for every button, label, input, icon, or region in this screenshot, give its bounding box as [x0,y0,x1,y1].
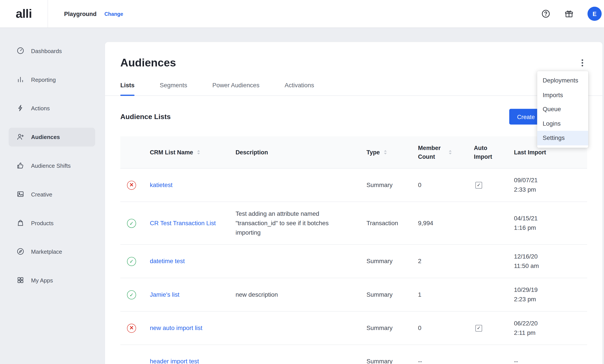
last-import-date: -- [514,357,574,364]
row-kebab-icon[interactable] [578,222,584,225]
sidebar-item-label: Creative [31,191,52,198]
change-workspace-link[interactable]: Change [104,11,123,17]
sidebar-item-label: Dashboards [31,48,62,54]
last-import-date: 12/16/20 [514,252,574,261]
gift-icon[interactable] [564,9,574,18]
member-count: 1 [418,291,474,298]
app-root: alli Playground Change E [0,0,604,364]
column-header-label: Member Count [418,144,445,161]
last-import-time: 11:50 am [514,261,574,271]
list-type: Summary [366,358,418,364]
table-row: ✓ CR Test Transaction List Test adding a… [120,202,587,245]
reporting-icon [16,75,24,84]
column-header-member-count[interactable]: Member Count [418,144,474,161]
tab-segments[interactable]: Segments [160,81,187,96]
tab-activations[interactable]: Activations [285,81,314,96]
alli-logo[interactable]: alli [16,7,32,21]
table-body: × katietest Summary 0 09/07/21 2:33 pm ✓… [120,169,587,364]
column-header-label: Last Import [514,148,546,157]
list-type: Summary [366,258,418,265]
sidebar-item-label: My Apps [31,277,53,284]
sort-icon[interactable] [448,150,452,155]
my-apps-icon [16,276,24,285]
row-kebab-icon[interactable] [578,183,584,187]
sidebar-item-label: Products [31,220,54,226]
sidebar-item-creative[interactable]: Creative [9,185,95,204]
sidebar-item-label: Reporting [31,76,56,83]
column-header-crm-list-name[interactable]: CRM List Name [150,148,236,157]
list-name-link[interactable]: datetime test [150,256,194,266]
menu-item-queue[interactable]: Queue [537,102,588,116]
last-import: 10/29/19 2:23 pm [514,285,574,304]
sidebar-item-dashboards[interactable]: Dashboards [9,42,95,61]
page-kebab-icon[interactable] [578,57,587,69]
list-name-link[interactable]: Jamie's list [150,290,189,299]
audiences-icon [16,133,24,142]
row-kebab-icon[interactable] [578,293,584,296]
last-import-date: 09/07/21 [514,176,574,185]
sort-icon[interactable] [197,150,201,155]
logo-container: alli [0,0,48,27]
creative-icon [16,190,24,199]
last-import: -- [514,357,574,364]
status-cell: × [120,181,150,189]
list-description: new description [236,290,366,299]
tab-lists[interactable]: Lists [120,81,135,96]
column-header-last-import: Last Import [514,148,574,157]
row-kebab-icon[interactable] [578,360,584,363]
list-name-link[interactable]: CR Test Transaction List [150,218,225,228]
error-status-icon: × [127,181,136,189]
dashboards-icon [16,47,24,55]
actions-icon [16,104,24,113]
table-header-row: CRM List Name Description Type Member Co… [120,136,587,169]
list-name-link[interactable]: new auto import list [150,323,212,333]
sidebar-item-reporting[interactable]: Reporting [9,70,95,89]
sidebar-item-audiences[interactable]: Audiences [9,128,95,146]
menu-item-settings[interactable]: Settings [537,131,588,145]
user-avatar[interactable]: E [588,7,602,21]
list-type: Summary [366,325,418,332]
tab-power-audiences[interactable]: Power Audiences [212,81,259,96]
sidebar-item-label: Audiences [31,134,60,140]
sidebar-item-actions[interactable]: Actions [9,99,95,118]
member-count: 0 [418,325,474,332]
sidebar-item-my-apps[interactable]: My Apps [9,271,95,290]
help-icon[interactable] [541,9,551,18]
column-header-auto-import: Auto Import [474,144,514,161]
error-status-icon: × [127,323,136,332]
name-cell: header import test [150,357,236,364]
sort-icon[interactable] [383,150,387,155]
list-type: Summary [366,182,418,189]
sidebar-item-marketplace[interactable]: Marketplace [9,242,95,261]
menu-item-logins[interactable]: Logins [537,116,588,131]
sidebar: Dashboards Reporting Actions Audiences A… [0,27,105,364]
list-name-link[interactable]: header import test [150,357,209,364]
sidebar-item-audience-shifts[interactable]: Audience Shifts [9,156,95,175]
sidebar-item-products[interactable]: Products [9,214,95,233]
list-name-link[interactable]: katietest [150,180,182,190]
marketplace-icon [16,247,24,256]
menu-item-deployments[interactable]: Deployments [537,73,588,88]
last-import-time: 1:16 pm [514,223,574,233]
name-cell: datetime test [150,256,236,266]
menu-item-imports[interactable]: Imports [537,88,588,102]
last-import: 09/07/21 2:33 pm [514,176,574,194]
row-kebab-icon[interactable] [578,327,584,329]
member-count: 0 [418,182,474,189]
table-row: header import test Summary -- -- [120,345,587,364]
sidebar-item-label: Audience Shifts [31,163,71,169]
row-kebab-icon[interactable] [578,260,584,263]
auto-import-cell [474,182,514,188]
auto-import-checkbox[interactable] [475,325,482,331]
last-import-date: 04/15/21 [514,214,574,223]
list-type: Transaction [366,220,418,227]
top-bar: alli Playground Change E [0,0,604,27]
auto-import-checkbox[interactable] [475,182,482,188]
table-row: × katietest Summary 0 09/07/21 2:33 pm [120,169,587,202]
column-header-type[interactable]: Type [366,148,418,157]
table-row: ✓ datetime test Summary 2 12/16/20 11:50… [120,245,587,278]
column-header-label: CRM List Name [150,148,193,157]
last-import: 04/15/21 1:16 pm [514,214,574,233]
success-status-icon: ✓ [127,290,136,299]
card-header: Audiences [120,42,587,70]
